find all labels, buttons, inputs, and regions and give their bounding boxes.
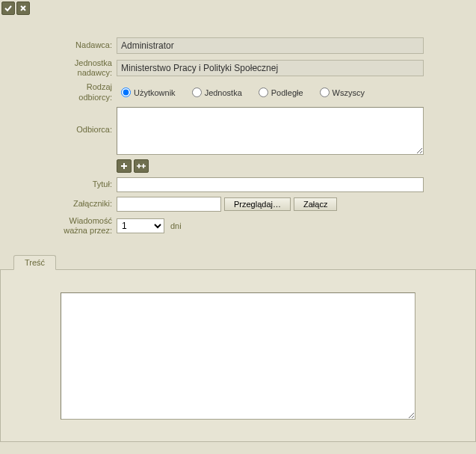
recipient-type-option[interactable]: Podległe	[259, 88, 303, 97]
tab-content[interactable]: Treść	[13, 255, 56, 270]
validity-unit: dni	[170, 221, 182, 230]
form-panel: Nadawca: Administrator Jednostka nadawcy…	[0, 16, 476, 248]
plus-icon	[120, 162, 129, 171]
tabs: Treść	[0, 255, 476, 270]
toolbar	[0, 0, 476, 16]
cancel-button[interactable]	[16, 1, 30, 15]
recipient-type-radios: UżytkownikJednostkaPodległeWszyscy	[117, 85, 424, 99]
add-recipient-group-button[interactable]	[134, 159, 149, 173]
sender-label: Nadawca:	[6, 40, 117, 50]
recipient-type-label: Rodzaj odbiorcy:	[6, 82, 117, 102]
message-body-textarea[interactable]	[61, 292, 415, 420]
content-panel	[0, 270, 476, 442]
recipient-type-radio[interactable]	[259, 88, 268, 97]
recipient-type-option-label: Podległe	[271, 88, 303, 97]
check-icon	[4, 4, 13, 13]
recipient-type-radio[interactable]	[192, 88, 202, 97]
title-input[interactable]	[117, 177, 424, 192]
sender-unit-field: Ministerstwo Pracy i Polityki Społecznej	[117, 60, 424, 76]
recipient-textarea[interactable]	[117, 107, 424, 155]
title-label: Tytuł:	[6, 180, 117, 189]
recipient-type-option[interactable]: Wszyscy	[320, 88, 365, 97]
recipient-type-option-label: Jednostka	[205, 88, 242, 97]
attachment-path-input[interactable]	[117, 197, 221, 212]
validity-label: Wiadomość ważna przez:	[6, 216, 117, 236]
attachments-label: Załączniki:	[6, 199, 117, 209]
validity-select[interactable]: 1	[117, 218, 164, 233]
sender-unit-label: Jednostka nadawcy:	[6, 58, 117, 78]
close-icon	[19, 4, 28, 13]
add-recipient-button[interactable]	[117, 159, 132, 173]
recipient-type-option-label: Wszyscy	[333, 88, 365, 97]
browse-button[interactable]: Przeglądaj…	[224, 197, 291, 211]
recipient-type-option-label: Użytkownik	[134, 88, 176, 97]
recipient-type-option[interactable]: Użytkownik	[121, 88, 176, 97]
plus-group-icon	[136, 162, 146, 171]
recipient-label: Odbiorca:	[6, 107, 117, 135]
sender-field: Administrator	[117, 37, 424, 54]
attach-button[interactable]: Załącz	[294, 197, 337, 211]
recipient-type-radio[interactable]	[320, 88, 330, 97]
recipient-type-radio[interactable]	[121, 88, 131, 97]
recipient-type-option[interactable]: Jednostka	[192, 88, 242, 97]
ok-button[interactable]	[1, 1, 15, 15]
